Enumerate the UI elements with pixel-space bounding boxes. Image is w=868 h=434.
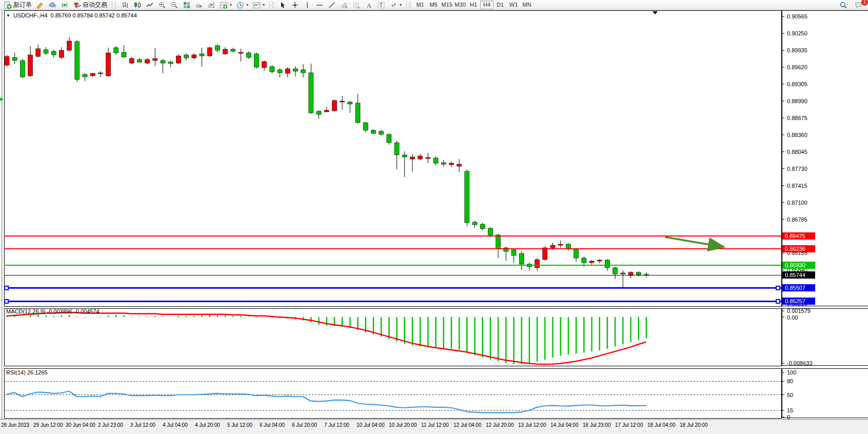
bear-candle [356,103,360,123]
time-axis-label: 3 Jul 12:00 [130,422,155,428]
bear-candle [371,130,376,133]
line-price-chip: 0.85257 [782,298,815,305]
price-tick-label: 0.90250 [787,30,807,36]
bear-candle [488,228,492,235]
rsi-axis-label: 50 [787,392,793,398]
bull-candle [145,60,150,63]
bull-candle [59,50,64,57]
price-tick-label: 0.88990 [787,98,807,104]
time-axis-label: 10 Jul 04:00 [357,422,385,428]
chart-symbol-period: USDCHF-,H4 [13,12,48,18]
bear-candle [137,60,142,62]
rsi-label: RSI(14) 26.1265 [6,369,48,376]
bull-candle [129,58,134,63]
bear-candle [98,73,103,74]
bull-candle [324,110,329,112]
bear-candle [574,249,579,258]
chart-menu-arrow[interactable]: ▼ [6,13,10,18]
price-tick-label: 0.86785 [787,216,807,223]
time-axis-label: 4 Jul 04:00 [163,422,188,428]
line-handle[interactable] [5,300,8,303]
macd-axis-label: 0.00 [787,314,798,321]
price-tick-label: 0.89620 [787,64,807,70]
time-axis-label: 28 Jun 2023 [1,422,29,428]
macd-label: MACD(12,26,9) -0.003896 -0.004574 [6,308,100,314]
bear-candle [433,158,438,163]
line-handle[interactable] [776,286,780,290]
bear-candle [465,171,469,223]
bear-candle [605,260,609,268]
price-tick-label: 0.87415 [787,183,807,189]
bull-candle [223,49,228,54]
bid-price-chip: 0.85744 [782,271,815,279]
bear-candle [566,244,570,249]
bear-candle [511,250,516,255]
bull-candle [426,157,430,159]
bear-candle [394,143,399,155]
price-tick-label: 0.89935 [787,47,807,53]
bear-candle [309,73,313,113]
bear-candle [582,258,586,263]
bear-candle [231,49,235,51]
bear-candle [480,224,485,229]
time-axis-label: 6 Jul 20:00 [292,422,317,428]
bull-candle [418,156,423,159]
bear-candle [254,54,259,67]
bear-candle [246,53,251,57]
mt4-window: 新订单自动交易 ▾▾▾ EFAT▾ M1M5M15M30H1H4D1W1MN 1… [0,0,868,434]
price-tick-label: 0.88045 [787,149,807,155]
chart-shift-marker[interactable] [653,11,658,14]
bear-candle [44,50,48,53]
bull-candle [410,157,415,159]
bull-candle [262,62,267,68]
price-tick-label: 0.88675 [787,115,807,121]
macd-axis-label: 0.001579 [787,308,811,314]
bear-candle [496,235,501,249]
bull-candle [621,273,625,274]
bear-candle [441,163,446,164]
bull-candle [285,69,290,73]
price-tick-label: 0.87100 [787,200,807,206]
bull-candle [332,101,337,111]
time-axis-label: 2 Jul 23:00 [98,422,123,428]
bull-candle [239,52,243,53]
bull-candle [5,56,9,65]
rsi-axis-label: 15 [787,407,793,413]
bear-candle [317,111,321,114]
time-axis[interactable]: 28 Jun 202329 Jun 12:0030 Jun 04:002 Jul… [0,419,868,434]
time-axis-label: 12 Jul 04:00 [453,422,482,428]
bull-candle [449,163,453,165]
bear-candle [161,61,165,63]
macd-axis-label: -0.008633 [787,360,813,366]
time-axis-label: 10 Jul 20:00 [389,422,417,428]
bear-candle [613,268,618,274]
bear-candle [122,52,126,57]
bull-candle [36,49,41,56]
time-axis-label: 12 Jul 20:00 [486,422,514,428]
time-axis-label: 30 Jun 04:00 [66,422,95,428]
price-tick-label: 0.89305 [787,81,807,87]
line-handle[interactable] [776,300,780,303]
bull-candle [457,164,462,166]
line-handle[interactable] [5,286,8,290]
bull-candle [28,55,33,76]
bull-candle [558,244,563,245]
bear-candle [75,42,80,80]
price-tick-label: 0.88360 [787,132,807,138]
bull-candle [192,55,196,58]
rsi-axis-label: 80 [787,378,793,384]
rsi-axis-label: 100 [787,369,796,376]
bear-candle [402,155,407,157]
bull-candle [90,73,95,76]
chart-surface[interactable] [0,0,868,434]
time-axis-label: 18 Jul 20:00 [680,422,708,428]
bull-candle [589,261,594,263]
bear-candle [51,51,56,55]
main-pane[interactable] [5,11,782,307]
bear-candle [215,46,220,50]
bear-candle [184,55,189,58]
bear-candle [363,123,368,130]
bear-candle [20,61,25,77]
time-axis-label: 17 Jul 12:00 [615,422,643,428]
time-axis-label: 29 Jun 12:00 [33,422,63,428]
